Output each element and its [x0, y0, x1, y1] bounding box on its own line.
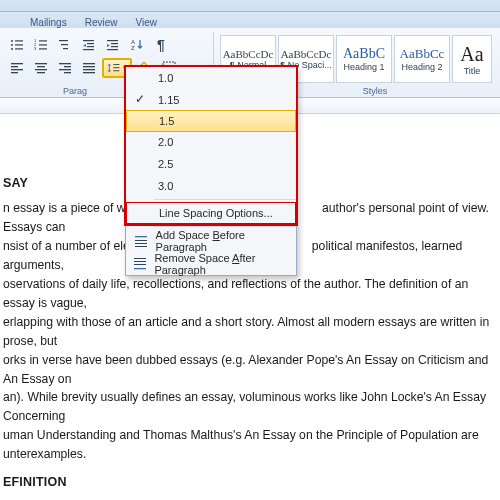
- decrease-indent-button[interactable]: [78, 35, 100, 55]
- bullets-button[interactable]: [6, 35, 28, 55]
- svg-marker-17: [83, 44, 86, 47]
- increase-indent-button[interactable]: [102, 35, 124, 55]
- svg-text:Z: Z: [131, 45, 135, 51]
- svg-rect-42: [83, 72, 95, 73]
- svg-rect-49: [135, 236, 147, 237]
- svg-rect-1: [15, 40, 23, 41]
- svg-rect-56: [134, 268, 146, 269]
- svg-rect-12: [59, 40, 68, 41]
- svg-rect-14: [63, 48, 68, 49]
- align-left-button[interactable]: [6, 58, 28, 78]
- add-space-before[interactable]: Add Space Before Paragraph: [126, 229, 296, 252]
- para: unterexamples.: [3, 445, 496, 464]
- svg-point-2: [11, 44, 13, 46]
- check-icon: ✓: [135, 92, 145, 106]
- svg-rect-43: [113, 64, 119, 65]
- svg-rect-27: [11, 63, 23, 64]
- svg-rect-5: [15, 48, 23, 49]
- svg-rect-34: [37, 72, 45, 73]
- svg-text:3: 3: [34, 46, 37, 51]
- svg-rect-51: [135, 243, 147, 244]
- spacing-option-2.0[interactable]: 2.0: [126, 131, 296, 153]
- menu-separator: [154, 226, 296, 227]
- para: erlapping with those of an article and a…: [3, 313, 496, 351]
- style-heading2[interactable]: AaBbCcHeading 2: [394, 35, 450, 83]
- line-spacing-options[interactable]: Line Spacing Options...: [126, 202, 296, 224]
- window-titlebar: [0, 0, 500, 12]
- svg-marker-22: [107, 44, 110, 47]
- svg-rect-54: [134, 261, 146, 262]
- svg-rect-19: [83, 49, 94, 50]
- heading-definition: EFINITION: [3, 473, 496, 492]
- spacing-option-3.0[interactable]: 3.0: [126, 175, 296, 197]
- svg-rect-29: [11, 69, 23, 70]
- svg-rect-30: [11, 72, 18, 73]
- svg-rect-45: [113, 70, 119, 71]
- sort-button[interactable]: AZ: [126, 35, 148, 55]
- svg-rect-20: [107, 40, 118, 41]
- ribbon-tabs: Mailings Review View: [0, 12, 500, 28]
- justify-button[interactable]: [78, 58, 100, 78]
- tab-view[interactable]: View: [135, 17, 157, 28]
- svg-rect-24: [107, 49, 118, 50]
- spacing-option-1.15[interactable]: ✓1.15: [126, 89, 296, 111]
- svg-rect-28: [11, 66, 18, 67]
- svg-rect-37: [59, 69, 71, 70]
- style-title[interactable]: AaTitle: [452, 35, 492, 83]
- svg-rect-15: [83, 40, 94, 41]
- spacing-option-2.5[interactable]: 2.5: [126, 153, 296, 175]
- svg-rect-36: [64, 66, 71, 67]
- svg-rect-53: [134, 258, 146, 259]
- svg-rect-32: [37, 66, 45, 67]
- remove-space-after-icon: [132, 255, 148, 273]
- style-heading1[interactable]: AaBbCHeading 1: [336, 35, 392, 83]
- svg-rect-21: [111, 43, 118, 44]
- group-label-styles: Styles: [300, 86, 450, 96]
- numbering-button[interactable]: 123: [30, 35, 52, 55]
- line-spacing-dropdown: 1.0 ✓1.15 1.5 2.0 2.5 3.0 Line Spacing O…: [125, 66, 297, 276]
- para: oservations of daily life, recollections…: [3, 275, 496, 313]
- svg-rect-13: [61, 44, 68, 45]
- svg-rect-9: [39, 44, 47, 45]
- tab-review[interactable]: Review: [85, 17, 118, 28]
- para: orks in verse have been dubbed essays (e…: [3, 351, 496, 389]
- svg-rect-18: [87, 46, 94, 47]
- add-space-before-icon: [132, 232, 150, 250]
- svg-rect-23: [111, 46, 118, 47]
- svg-rect-50: [135, 240, 147, 241]
- svg-rect-31: [35, 63, 47, 64]
- svg-rect-55: [134, 264, 146, 265]
- para: uman Understanding and Thomas Malthus's …: [3, 426, 496, 445]
- multilevel-list-button[interactable]: [54, 35, 76, 55]
- show-marks-button[interactable]: ¶: [150, 35, 172, 55]
- svg-rect-7: [39, 40, 47, 41]
- svg-rect-3: [15, 44, 23, 45]
- svg-point-0: [11, 40, 13, 42]
- svg-rect-33: [35, 69, 47, 70]
- svg-rect-52: [135, 246, 147, 247]
- spacing-option-1.0[interactable]: 1.0: [126, 67, 296, 89]
- svg-rect-44: [113, 67, 119, 68]
- svg-rect-39: [83, 63, 95, 64]
- menu-separator: [154, 199, 296, 200]
- svg-rect-40: [83, 66, 95, 67]
- tab-mailings[interactable]: Mailings: [30, 17, 67, 28]
- svg-point-4: [11, 48, 13, 50]
- para: an). While brevity usually defines an es…: [3, 388, 496, 426]
- svg-rect-35: [59, 63, 71, 64]
- remove-space-after[interactable]: Remove Space After Paragraph: [126, 252, 296, 275]
- svg-rect-16: [87, 43, 94, 44]
- svg-rect-38: [64, 72, 71, 73]
- spacing-option-1.5[interactable]: 1.5: [126, 110, 296, 132]
- svg-rect-11: [39, 48, 47, 49]
- align-center-button[interactable]: [30, 58, 52, 78]
- align-right-button[interactable]: [54, 58, 76, 78]
- svg-rect-41: [83, 69, 95, 70]
